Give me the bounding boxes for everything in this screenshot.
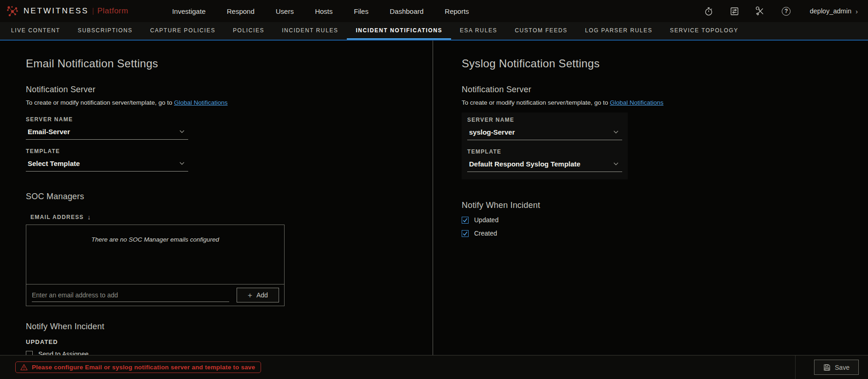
save-button-label: Save [835,364,850,371]
template-label: TEMPLATE [26,148,433,154]
help-icon[interactable]: ? [781,6,791,16]
send-to-assignee-label: Send to Assignee [38,350,89,355]
nav-item-files[interactable]: Files [343,0,379,22]
tab-incident-notifications[interactable]: INCIDENT NOTIFICATIONS [347,22,451,40]
checkbox-checked-icon[interactable] [462,230,469,237]
syslog-template-select[interactable]: Default Respond Syslog Template [467,159,622,172]
notify-updated-checkbox-row[interactable]: Updated [462,216,868,224]
netwitness-app: NETWITNESS | Platform Investigate Respon… [0,0,868,379]
updated-group-label: UPDATED [26,338,433,345]
template-label: TEMPLATE [467,148,628,155]
add-button-label: Add [256,291,268,299]
nav-item-reports[interactable]: Reports [434,0,480,22]
tab-custom-feeds[interactable]: CUSTOM FEEDS [506,22,576,40]
send-to-assignee-checkbox-row[interactable]: Send to Assignee [26,350,433,355]
nav-item-hosts[interactable]: Hosts [304,0,343,22]
syslog-server-name-value: syslog-Server [469,128,515,136]
email-help-text: To create or modify notification server/… [26,99,433,106]
nav-item-users[interactable]: Users [265,0,304,22]
main-nav: Investigate Respond Users Hosts Files Da… [161,0,480,22]
tab-service-topology[interactable]: SERVICE TOPOLOGY [661,22,747,40]
user-menu[interactable]: deploy_admin › [810,7,858,15]
syslog-server-section-title: Notification Server [462,85,868,95]
brand[interactable]: NETWITNESS | Platform [6,5,128,18]
email-server-name-value: Email-Server [28,128,70,136]
syslog-notify-title: Notify When Incident [462,201,868,210]
tab-esa-rules[interactable]: ESA RULES [451,22,506,40]
admin-tab-bar: LIVE CONTENT SUBSCRIPTIONS CAPTURE POLIC… [0,22,868,41]
notify-created-checkbox-row[interactable]: Created [462,230,868,237]
brand-separator: | [92,6,94,16]
email-address-input[interactable] [32,288,229,302]
soc-managers-empty-state: There are no SOC Manager emails configur… [26,225,285,284]
checkbox-unchecked-icon[interactable] [26,351,33,356]
footer-bar: Please configure Email or syslog notific… [0,355,868,379]
syslog-help-text: To create or modify notification server/… [462,99,868,106]
validation-error-message: Please configure Email or syslog notific… [32,364,255,371]
chevron-down-icon [179,130,184,133]
email-panel-title: Email Notification Settings [26,57,433,70]
nav-item-investigate[interactable]: Investigate [161,0,216,22]
add-email-row: + Add [26,284,285,306]
soc-managers-title: SOC Managers [26,192,433,201]
email-address-column-header[interactable]: EMAIL ADDRESS ↓ [26,213,433,221]
help-glyph: ? [782,7,791,16]
main-content: Email Notification Settings Notification… [0,41,868,355]
tab-subscriptions[interactable]: SUBSCRIPTIONS [69,22,142,40]
validation-error-banner: Please configure Email or syslog notific… [15,361,261,373]
user-label: deploy_admin [810,7,851,15]
brand-product: Platform [97,6,128,16]
syslog-server-name-field: SERVER NAME syslog-Server [467,117,628,140]
netwitness-logo-icon [6,5,19,18]
notify-updated-label: Updated [474,216,499,224]
syslog-server-form: SERVER NAME syslog-Server TEMPLATE Defau… [462,113,628,179]
chevron-down-icon [613,130,618,134]
tab-capture-policies[interactable]: CAPTURE POLICIES [141,22,224,40]
soc-managers-table: There are no SOC Manager emails configur… [26,225,285,306]
preferences-icon[interactable] [730,6,740,16]
server-name-label: SERVER NAME [26,116,433,123]
warning-icon [20,364,28,371]
syslog-template-value: Default Respond Syslog Template [469,160,580,168]
nav-item-dashboard[interactable]: Dashboard [379,0,434,22]
save-floppy-icon [823,364,831,371]
email-settings-panel: Email Notification Settings Notification… [0,41,433,355]
sort-descending-icon[interactable]: ↓ [88,213,91,221]
chevron-down-icon [179,162,184,165]
tab-log-parser-rules[interactable]: LOG PARSER RULES [576,22,661,40]
jobs-timer-icon[interactable] [704,6,714,16]
server-name-label: SERVER NAME [467,117,628,123]
syslog-panel-title: Syslog Notification Settings [462,57,868,70]
admin-tools-icon[interactable] [755,6,766,16]
add-email-button[interactable]: + Add [237,288,279,302]
chevron-down-icon [613,162,618,166]
brand-name: NETWITNESS [24,6,89,16]
top-nav: NETWITNESS | Platform Investigate Respon… [0,0,868,22]
email-template-select[interactable]: Select Template [26,159,188,172]
save-button[interactable]: Save [814,360,859,375]
empty-state-message: There are no SOC Manager emails configur… [26,236,284,243]
notify-created-label: Created [474,230,497,237]
syslog-template-field: TEMPLATE Default Respond Syslog Template [467,148,628,172]
syslog-settings-panel: Syslog Notification Settings Notificatio… [433,41,868,355]
tab-incident-rules[interactable]: INCIDENT RULES [273,22,347,40]
nav-item-respond[interactable]: Respond [216,0,265,22]
syslog-server-name-select[interactable]: syslog-Server [467,127,622,140]
checkbox-checked-icon[interactable] [462,217,469,224]
top-nav-right: ? deploy_admin › [688,6,858,16]
chevron-right-icon: › [856,7,858,15]
email-template-value: Select Template [28,160,80,167]
email-template-field: TEMPLATE Select Template [26,148,433,172]
tab-live-content[interactable]: LIVE CONTENT [2,22,69,40]
footer-divider [795,355,796,379]
email-server-name-select[interactable]: Email-Server [26,127,188,140]
tab-policies[interactable]: POLICIES [224,22,273,40]
plus-icon: + [248,291,252,299]
global-notifications-link[interactable]: Global Notifications [174,99,227,106]
email-server-name-field: SERVER NAME Email-Server [26,116,433,140]
email-server-section-title: Notification Server [26,85,433,95]
global-notifications-link[interactable]: Global Notifications [610,99,663,106]
email-address-header-label: EMAIL ADDRESS [30,214,84,220]
email-notify-title: Notify When Incident [26,322,433,332]
syslog-notify-options: Updated Created [462,216,868,237]
